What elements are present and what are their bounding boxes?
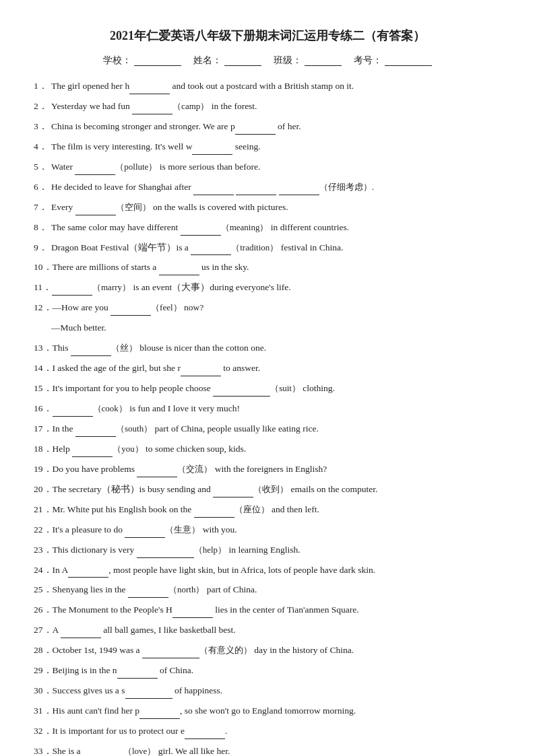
blank-26	[172, 607, 213, 618]
question-12-sub: —Much better.	[51, 320, 501, 336]
class-field: 班级：	[274, 55, 342, 67]
question-17: 17． In the （south） part of China, people…	[34, 421, 501, 437]
question-14: 14． I asked the age of the girl, but she…	[34, 361, 501, 376]
blank-1	[129, 83, 170, 94]
question-11: 11． （marry） is an event（大事）during everyo…	[34, 280, 501, 296]
blank-18	[72, 446, 113, 457]
questions-list: 1． The girl opened her h and took out a …	[34, 79, 501, 756]
question-6: 6． He decided to leave for Shanghai afte…	[34, 180, 501, 195]
blank-30	[125, 688, 172, 699]
blank-24	[68, 567, 108, 578]
question-20: 20． The secretary（秘书）is busy sending and…	[34, 482, 501, 497]
blank-22	[125, 527, 165, 538]
blank-15	[213, 386, 270, 397]
page: 2021年仁爱英语八年级下册期末词汇运用专练二（有答案） 学校： 姓名： 班级：…	[0, 0, 535, 756]
blank-20	[213, 487, 253, 497]
blank-32	[185, 728, 225, 739]
blank-31	[139, 708, 180, 719]
question-29: 29． Beijing is in the n of China.	[34, 663, 501, 679]
blank-28	[142, 648, 199, 658]
question-7: 7． Every （空间） on the walls is covered wi…	[34, 200, 501, 215]
question-5: 5． Water （pollute） is more serious than …	[34, 160, 501, 175]
blank-4	[192, 144, 232, 155]
blank-9	[191, 244, 231, 255]
blank-7	[75, 205, 116, 215]
blank-6a	[193, 184, 234, 195]
question-23: 23． This dictionary is very （help） in le…	[34, 543, 501, 558]
blank-17	[75, 426, 116, 437]
school-field: 学校：	[103, 55, 181, 67]
blank-16	[53, 406, 93, 417]
question-30: 30． Success gives us a s of happiness.	[34, 683, 501, 699]
question-31: 31． His aunt can't find her p, so she wo…	[34, 703, 501, 719]
blank-11	[52, 285, 92, 296]
blank-13	[71, 345, 111, 356]
question-25: 25． Shenyang lies in the （north） part of…	[34, 582, 501, 598]
blank-3	[235, 124, 276, 135]
blank-8	[181, 225, 221, 236]
question-26: 26． The Monument to the People's H lies …	[34, 603, 501, 618]
question-33: 33． She is a （love） girl. We all like he…	[34, 744, 501, 756]
name-underline	[224, 55, 261, 66]
question-19: 19． Do you have problems （交流） with the f…	[34, 462, 501, 477]
question-12: 12． —How are you （feel） now?	[34, 300, 501, 316]
id-field: 考号：	[354, 55, 432, 67]
question-4: 4． The film is very interesting. It's we…	[34, 139, 501, 155]
blank-12	[111, 305, 151, 316]
question-15: 15． It's important for you to help peopl…	[34, 381, 501, 397]
school-underline	[134, 55, 181, 66]
blank-2	[132, 104, 172, 114]
page-title: 2021年仁爱英语八年级下册期末词汇运用专练二（有答案）	[34, 27, 501, 45]
question-13: 13． This （丝） blouse is nicer than the co…	[34, 341, 501, 356]
blank-10	[159, 265, 199, 275]
name-field: 姓名：	[193, 55, 261, 67]
id-underline	[385, 55, 432, 66]
question-3: 3． China is becoming stronger and strong…	[34, 119, 501, 135]
question-28: 28． October 1st, 1949 was a （有意义的） day i…	[34, 643, 501, 658]
blank-19	[137, 467, 177, 477]
blank-25	[128, 587, 168, 598]
blank-29	[117, 668, 158, 679]
blank-5	[75, 164, 115, 175]
header-row: 学校： 姓名： 班级： 考号：	[34, 55, 501, 67]
question-1: 1． The girl opened her h and took out a …	[34, 79, 501, 94]
blank-21	[194, 507, 234, 518]
blank-27	[61, 627, 101, 638]
blank-33	[83, 749, 123, 756]
blank-6c	[279, 184, 319, 195]
question-21: 21． Mr. White put his English book on th…	[34, 502, 501, 518]
question-2: 2． Yesterday we had fun （camp） in the fo…	[34, 99, 501, 114]
question-10: 10． There are millions of starts a us in…	[34, 260, 501, 275]
question-22: 22． It's a pleasure to do （生意） with you.	[34, 522, 501, 538]
question-27: 27． A all ball games, I like basketball …	[34, 623, 501, 638]
question-16: 16． （cook） is fun and I love it very muc…	[34, 401, 501, 417]
question-8: 8． The same color may have different （me…	[34, 220, 501, 236]
question-18: 18． Help （you） to some chicken soup, kid…	[34, 442, 501, 457]
blank-14	[181, 366, 221, 376]
question-24: 24． In A, most people have light skin, b…	[34, 563, 501, 578]
question-32: 32． It is important for us to protect ou…	[34, 724, 501, 739]
blank-6b	[236, 184, 276, 195]
question-9: 9． Dragon Boat Festival（端午节）is a （tradit…	[34, 240, 501, 256]
blank-23	[137, 547, 194, 558]
class-underline	[305, 55, 342, 66]
